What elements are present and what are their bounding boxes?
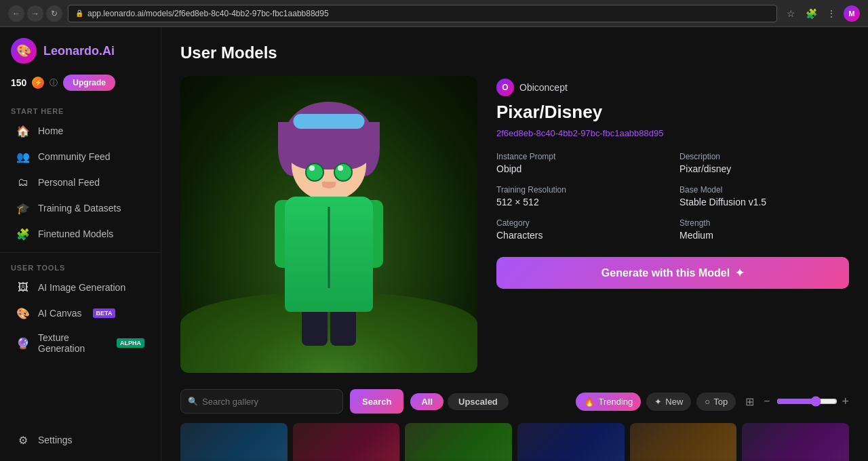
strength-value: Medium	[679, 230, 849, 241]
category-field: Category Characters	[496, 218, 666, 241]
main-content: User Models	[161, 27, 868, 461]
sidebar: 🎨 Leonardo.Ai 150 ⚡ ⓘ Upgrade Start Here…	[0, 27, 161, 461]
plus-button[interactable]: +	[842, 395, 849, 409]
address-bar[interactable]: 🔒 app.leonardo.ai/models/2f6ed8eb-8c40-4…	[68, 5, 777, 22]
training-resolution-field: Training Resolution 512 × 512	[496, 185, 666, 207]
training-icon: 🎓	[16, 201, 30, 215]
sidebar-item-finetuned[interactable]: 🧩 Finetuned Models	[5, 222, 155, 246]
search-input[interactable]	[202, 397, 336, 407]
browser-actions: ☆ 🧩 ⋮ M	[783, 5, 860, 22]
base-model-value: Stable Diffusion v1.5	[679, 197, 849, 207]
token-icon: ⚡	[32, 77, 44, 89]
description-value: Pixar/disney	[679, 163, 849, 174]
thumbnail-item[interactable]	[405, 423, 512, 461]
info-icon[interactable]: ⓘ	[50, 77, 58, 89]
url-text: app.leonardo.ai/models/2f6ed8eb-8c40-4bb…	[87, 9, 329, 18]
sort-trending-button[interactable]: 🔥 Trending	[576, 393, 641, 411]
sidebar-item-ai-canvas[interactable]: 🎨 AI Canvas BETA	[5, 301, 155, 325]
sidebar-divider	[0, 252, 161, 253]
back-button[interactable]: ←	[8, 5, 24, 22]
sidebar-item-community-feed[interactable]: 👥 Community Feed	[5, 144, 155, 169]
search-icon: 🔍	[188, 397, 198, 406]
generate-btn-icon: ✦	[735, 266, 744, 279]
page-title: User Models	[180, 43, 849, 62]
thumbnail-item[interactable]	[742, 423, 849, 461]
sidebar-item-ai-canvas-label: AI Canvas	[38, 308, 82, 319]
trending-icon: 🔥	[584, 397, 595, 407]
filter-all-button[interactable]: All	[410, 393, 443, 410]
refresh-button[interactable]: ↻	[46, 5, 62, 22]
model-name: Pixar/Disney	[496, 102, 849, 123]
model-info-grid: Instance Prompt Obipd Description Pixar/…	[496, 152, 849, 241]
sidebar-item-community-feed-label: Community Feed	[38, 151, 111, 162]
finetuned-icon: 🧩	[16, 227, 30, 241]
sort-buttons: 🔥 Trending ✦ New ○ Top	[576, 393, 736, 411]
instance-prompt-label: Instance Prompt	[496, 152, 666, 161]
token-row: 150 ⚡ ⓘ Upgrade	[0, 75, 161, 102]
forward-button[interactable]: →	[27, 5, 43, 22]
thumbnail-item[interactable]	[293, 423, 400, 461]
owner-avatar: O	[496, 79, 514, 96]
base-model-label: Base Model	[679, 185, 849, 195]
token-count: 150	[11, 77, 26, 88]
sidebar-item-training-label: Training & Datasets	[38, 203, 121, 214]
grid-size-slider[interactable]	[776, 396, 837, 407]
grid-view-button[interactable]: ⊞	[743, 393, 757, 411]
top-icon: ○	[705, 397, 710, 407]
model-detail: O Obiconcept Pixar/Disney 2f6ed8eb-8c40-…	[180, 76, 849, 373]
thumbnail-item[interactable]	[517, 423, 625, 461]
minus-button[interactable]: −	[761, 393, 772, 410]
upgrade-button[interactable]: Upgrade	[63, 75, 115, 91]
strength-field: Strength Medium	[679, 218, 849, 241]
browser-profile-avatar[interactable]: M	[844, 5, 860, 22]
training-resolution-label: Training Resolution	[496, 185, 666, 195]
generate-btn-label: Generate with this Model	[601, 267, 730, 279]
sidebar-item-settings[interactable]: ⚙ Settings	[5, 428, 155, 452]
sort-new-label: New	[665, 397, 683, 407]
new-icon: ✦	[654, 397, 662, 407]
user-tools-label: User Tools	[0, 258, 161, 275]
sidebar-item-training[interactable]: 🎓 Training & Datasets	[5, 196, 155, 220]
sidebar-item-texture[interactable]: 🔮 Texture Generation ALPHA	[5, 327, 155, 359]
thumbnail-item[interactable]	[180, 423, 288, 461]
model-id[interactable]: 2f6ed8eb-8c40-4bb2-97bc-fbc1aabb88d95	[496, 128, 849, 138]
model-info: O Obiconcept Pixar/Disney 2f6ed8eb-8c40-…	[496, 76, 849, 373]
ai-canvas-icon: 🎨	[16, 306, 30, 320]
menu-icon[interactable]: ⋮	[823, 5, 840, 22]
gallery-controls: 🔍 Search All Upscaled 🔥 Trending ✦ New ○	[180, 389, 849, 414]
sort-top-label: Top	[713, 397, 728, 407]
ai-image-icon: 🖼	[16, 281, 30, 294]
sort-top-button[interactable]: ○ Top	[696, 393, 736, 411]
character-scene	[180, 76, 477, 373]
sort-new-button[interactable]: ✦ New	[646, 393, 691, 411]
bookmark-icon[interactable]: ☆	[783, 5, 799, 22]
search-button[interactable]: Search	[350, 389, 403, 414]
model-image	[180, 76, 477, 373]
filter-buttons: All Upscaled	[410, 393, 508, 410]
personal-feed-icon: 🗂	[16, 176, 30, 189]
base-model-field: Base Model Stable Diffusion v1.5	[679, 185, 849, 207]
thumbnail-item[interactable]	[630, 423, 737, 461]
app-layout: 🎨 Leonardo.Ai 150 ⚡ ⓘ Upgrade Start Here…	[0, 27, 868, 461]
extensions-icon[interactable]: 🧩	[803, 5, 819, 22]
beta-badge: BETA	[93, 308, 116, 318]
generate-button[interactable]: Generate with this Model ✦	[496, 257, 849, 289]
brand-avatar: 🎨	[11, 38, 37, 64]
owner-name: Obiconcept	[519, 82, 568, 93]
home-icon: 🏠	[16, 124, 30, 138]
description-field: Description Pixar/disney	[679, 152, 849, 174]
filter-upscaled-button[interactable]: Upscaled	[448, 393, 509, 410]
settings-icon: ⚙	[16, 433, 30, 447]
sidebar-item-settings-label: Settings	[38, 435, 73, 445]
sidebar-item-ai-image[interactable]: 🖼 AI Image Generation	[5, 275, 155, 300]
thumbnail-grid	[180, 423, 849, 461]
slider-container	[776, 396, 837, 407]
sidebar-item-home[interactable]: 🏠 Home	[5, 119, 155, 143]
model-owner: O Obiconcept	[496, 79, 849, 96]
browser-chrome: ← → ↻ 🔒 app.leonardo.ai/models/2f6ed8eb-…	[0, 0, 868, 27]
brand-name: Leonardo.Ai	[43, 44, 115, 58]
sidebar-item-personal-feed[interactable]: 🗂 Personal Feed	[5, 170, 155, 195]
training-resolution-value: 512 × 512	[496, 197, 666, 207]
community-feed-icon: 👥	[16, 150, 30, 163]
description-label: Description	[679, 152, 849, 161]
